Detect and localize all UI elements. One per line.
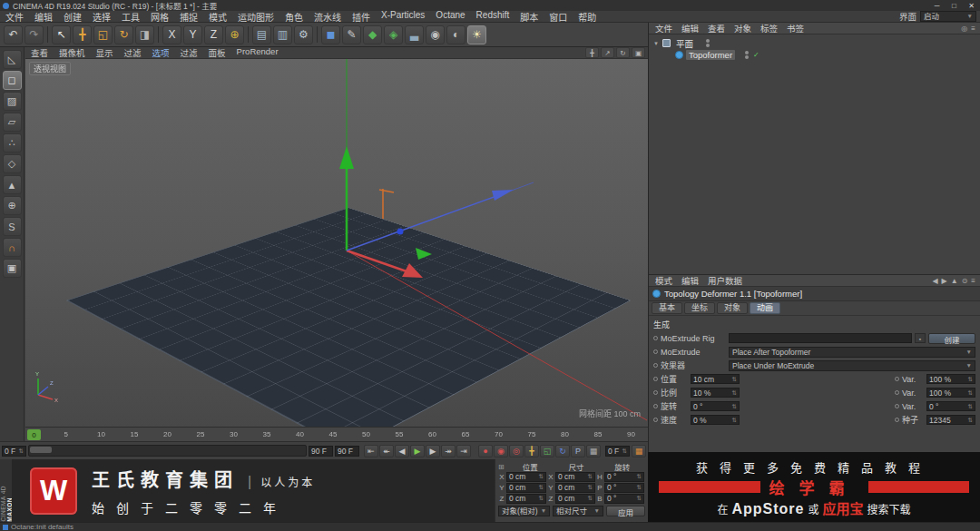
apply-button[interactable]: 应用 [606,506,645,516]
viewport-menu-item[interactable]: 摄像机 [54,46,91,59]
edges-mode-button[interactable]: ◇ [3,154,22,173]
menubar-item[interactable]: 网格 [145,10,174,24]
keyframe-dot[interactable] [653,404,658,408]
am-menu-item[interactable]: 用户数据 [703,274,747,287]
current-frame-field[interactable]: 0 F⇅ [2,446,26,457]
object-label[interactable]: 平面 [673,37,696,50]
keyframe-dot[interactable] [895,404,899,408]
keyframe-selection-button[interactable]: ◎ [509,445,524,457]
max-frame-field[interactable]: 90 F [335,446,359,457]
live-selection-tool[interactable]: ↖ [52,25,71,44]
parameter-field[interactable]: 0 °⇅ [691,401,740,411]
om-menu-item[interactable]: 文件 [651,22,677,34]
variation-field[interactable]: 0 °⇅ [926,401,975,411]
menubar-item[interactable]: 帮助 [573,10,602,24]
texture-mode-button[interactable]: ▨ [3,92,22,111]
redo-button[interactable]: ↷ [24,25,44,44]
visibility-dots[interactable] [706,39,710,47]
add-generator-button[interactable]: ◆ [363,25,382,44]
panel-menu-icon[interactable]: ≡ [971,277,975,285]
record-pla-toggle[interactable]: ▦ [586,445,601,457]
goto-start-button[interactable]: ⇤ [364,445,378,457]
viewport-menu-item[interactable]: 过滤 [175,46,203,59]
menubar-item[interactable]: 角色 [279,10,309,24]
timeline-ruler[interactable]: 0 051015202530354045505560657075808590 [25,427,648,441]
am-menu-item[interactable]: 编辑 [677,274,703,287]
next-frame-button[interactable]: ▶ [426,445,440,457]
add-camera-button[interactable]: ◉ [426,25,445,44]
effector-placement-dropdown[interactable]: Place Under MoExtrude▼ [729,360,975,371]
coord-size-dropdown[interactable]: 相对尺寸▼ [553,506,603,516]
spinner-icon[interactable]: ⇅ [19,447,24,455]
menubar-item[interactable]: 插件 [347,10,376,24]
workplane-mode-button[interactable]: ▱ [3,113,22,132]
add-scene-object-button[interactable]: ▃ [405,25,424,44]
x-axis-lock[interactable]: X [162,25,181,44]
lock-icon[interactable]: ⊙ [962,277,968,285]
rig-options-button[interactable]: ▪ [915,333,926,343]
rotation-x-field[interactable]: 0 °⇅ [604,472,644,482]
viewport-menu-item[interactable]: 选项 [147,46,175,59]
menubar-item[interactable]: 流水线 [309,10,347,24]
play-button[interactable]: ▶ [410,445,425,457]
toggle-view-icon[interactable]: ▣ [632,47,645,58]
navigate-up-icon[interactable]: ▲ [951,277,958,285]
record-rotation-toggle[interactable]: ↻ [555,445,570,457]
am-menu-item[interactable]: 模式 [651,274,677,287]
viewport-menu-item[interactable]: 显示 [91,46,119,59]
y-axis-lock[interactable]: Y [183,25,202,44]
record-position-toggle[interactable]: ╋ [524,445,539,457]
panel-menu-icon[interactable]: ≡ [971,25,975,33]
moextrude-placement-dropdown[interactable]: Place After Topoformer▼ [729,347,975,358]
menubar-item[interactable]: 编辑 [29,10,58,24]
variation-field[interactable]: 100 %⇅ [926,374,975,384]
autokeying-button[interactable]: ◉ [494,445,508,457]
object-row[interactable]: ▾ 平面 [649,37,980,49]
display-filter-button[interactable]: ◐ [446,25,466,44]
menubar-item[interactable]: 捕捉 [174,10,203,24]
frame-offset-field[interactable]: 0 F⇅ [605,446,630,457]
viewport-light-toggle[interactable]: ☀ [467,25,486,44]
menubar-item[interactable]: 窗口 [544,10,573,24]
scale-tool[interactable]: ◱ [93,25,113,44]
rotation-y-field[interactable]: 0 °⇅ [604,483,644,493]
enable-axis-button[interactable]: ⊕ [3,196,22,215]
rotate-tool[interactable]: ↻ [114,25,133,44]
record-keyframe-button[interactable]: ● [478,445,493,457]
viewport-menu-item[interactable]: 面板 [203,46,231,59]
keyframe-mode-button[interactable]: ▦ [632,445,646,457]
model-mode-button[interactable]: ◻ [3,71,22,90]
polygons-mode-button[interactable]: ▲ [3,175,22,194]
coord-mode-dropdown[interactable]: 对象(相对)▼ [498,506,550,516]
rotate-view-icon[interactable]: ↻ [616,47,630,58]
parameter-field[interactable]: 10 cm⇅ [691,374,740,384]
parameter-field[interactable]: 0 %⇅ [691,415,740,425]
minimize-button[interactable]: ─ [928,2,946,10]
attribute-tab[interactable]: 对象 [717,302,748,314]
viewport-canvas[interactable]: Y X Z 透视视图 网格间距 100 cm [25,59,648,427]
size-z-field[interactable]: 0 cm⇅ [555,494,595,504]
timeline-playhead[interactable]: 0 [27,429,41,440]
zoom-view-icon[interactable]: ↗ [601,47,614,58]
menubar-item[interactable]: Redshift [471,10,515,24]
size-x-field[interactable]: 0 cm⇅ [555,472,595,482]
menubar-item[interactable]: 文件 [0,10,29,24]
menubar-item[interactable]: 工具 [116,10,145,24]
keyframe-dot[interactable] [895,418,899,422]
keyframe-dot[interactable] [895,377,899,381]
object-row[interactable]: Topoformer ✓ [649,49,980,61]
record-parameter-toggle[interactable]: P [571,445,585,457]
om-menu-item[interactable]: 对象 [730,22,756,34]
goto-end-button[interactable]: ⇥ [456,445,471,457]
undo-button[interactable]: ↶ [4,25,23,44]
search-icon[interactable]: ◎ [961,25,967,33]
object-label[interactable]: Topoformer [686,50,735,60]
power-slider[interactable] [28,445,307,457]
close-button[interactable]: ✕ [963,2,980,10]
om-menu-item[interactable]: 编辑 [677,22,703,34]
menubar-item[interactable]: 选择 [87,10,116,24]
maximize-button[interactable]: □ [946,2,963,10]
menubar-item[interactable]: 运动图形 [232,10,279,24]
pan-view-icon[interactable]: ╋ [585,47,599,58]
keyframe-dot[interactable] [653,418,658,422]
